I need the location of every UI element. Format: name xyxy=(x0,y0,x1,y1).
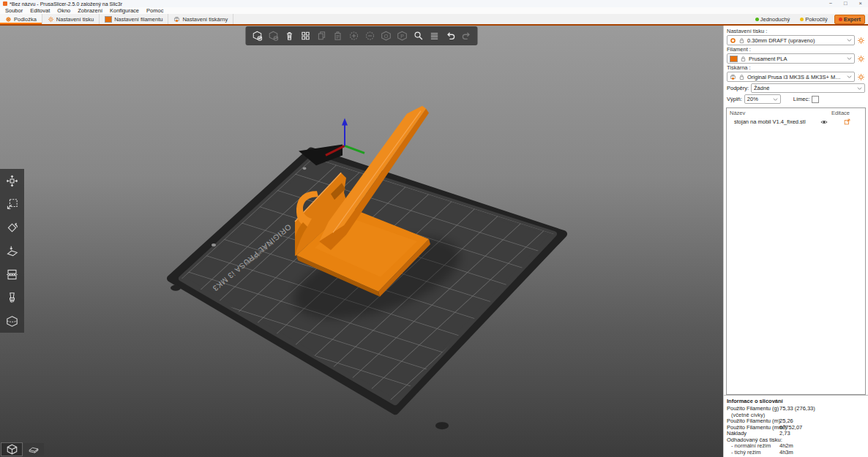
remove-instance-button[interactable] xyxy=(362,28,378,44)
title-bar: *Bez názvu - PrusaSlicer-2.5.0 založený … xyxy=(0,0,868,7)
editor-view-button[interactable] xyxy=(1,443,22,456)
view-toggles xyxy=(1,443,44,456)
lock-icon xyxy=(738,74,745,80)
split-to-parts-button[interactable] xyxy=(394,28,410,44)
brush-icon xyxy=(6,292,18,304)
search-icon xyxy=(413,31,423,41)
menu-editovat[interactable]: Editovat xyxy=(26,7,53,14)
infill-dropdown[interactable]: 20% xyxy=(744,94,781,104)
delete-button[interactable] xyxy=(266,28,281,44)
mode-advanced[interactable]: Pokročilý xyxy=(796,15,831,23)
printer-icon xyxy=(730,74,736,80)
chevron-down-icon xyxy=(857,86,862,91)
info-label: - tichý režim xyxy=(727,450,778,456)
tab-printer-settings[interactable]: Nastavení tiskárny xyxy=(168,14,233,24)
copy-button[interactable] xyxy=(314,28,329,44)
split-to-objects-button[interactable] xyxy=(378,28,394,44)
tab-plater[interactable]: Podložka xyxy=(0,14,42,24)
supports-dropdown[interactable]: Žádné xyxy=(751,83,865,93)
cube-3d-icon xyxy=(7,444,18,455)
add-instance-icon xyxy=(348,31,359,41)
seam-cube-icon xyxy=(6,315,18,328)
paint-supports-button[interactable] xyxy=(0,286,24,309)
bed-hole xyxy=(212,243,216,246)
split-parts-icon xyxy=(397,31,407,41)
window-title: *Bez názvu - PrusaSlicer-2.5.0 založený … xyxy=(10,1,122,7)
place-on-face-button[interactable] xyxy=(0,239,24,263)
object-list: Název Editace stojan na mobil V1.4_fixed… xyxy=(726,107,866,395)
delete-all-button[interactable] xyxy=(282,28,297,44)
bed-hole xyxy=(302,167,306,170)
3d-viewport[interactable]: ORIGINAL PRUSA i3 MK3 by Josef Prusa xyxy=(0,26,723,457)
mode-expert[interactable]: Expert xyxy=(834,15,865,24)
filament-color-swatch xyxy=(730,56,738,62)
app-icon xyxy=(3,1,7,6)
scene-canvas: ORIGINAL PRUSA i3 MK3 by Josef Prusa xyxy=(0,26,723,457)
printer-gear-button[interactable] xyxy=(857,73,865,81)
printer-dropdown[interactable]: Original Prusa i3 MK3S & MK3S+ MMU2S Sin… xyxy=(727,72,855,82)
minimize-button[interactable]: − xyxy=(829,0,832,7)
menu-zobrazeni[interactable]: Zobrazení xyxy=(74,7,106,14)
cut-button[interactable] xyxy=(0,263,24,286)
supports-label: Podpěry: xyxy=(727,85,749,91)
tab-filament-settings[interactable]: Nastavení filamentu xyxy=(100,14,168,24)
chevron-down-icon xyxy=(847,75,852,79)
add-instance-button[interactable] xyxy=(346,28,362,44)
print-settings-dropdown[interactable]: 0.30mm DRAFT (upraveno) xyxy=(727,35,855,45)
top-toolbar xyxy=(246,26,478,45)
arrange-icon xyxy=(300,31,310,41)
info-value: 2,73 xyxy=(779,431,865,437)
infill-label: Výplň: xyxy=(727,96,742,102)
menu-konfigurace[interactable]: Konfigurace xyxy=(106,7,143,14)
object-row[interactable]: stojan na mobil V1.4_fixed.stl xyxy=(727,118,865,126)
filament-spool-icon xyxy=(105,16,112,23)
brim-label: Límec: xyxy=(793,96,810,102)
undo-button[interactable] xyxy=(443,28,458,44)
bed-tab xyxy=(171,285,181,291)
split-objects-icon xyxy=(381,31,391,41)
slicing-info-title: Informace o slicování xyxy=(727,398,865,404)
arrange-button[interactable] xyxy=(298,28,313,44)
menu-bar: Soubor Editovat Okno Zobrazení Konfigura… xyxy=(0,7,868,14)
visibility-eye-icon[interactable] xyxy=(820,119,828,125)
filament-gear-button[interactable] xyxy=(857,55,865,63)
chevron-down-icon xyxy=(773,97,778,102)
sidebar: Nastavení tisku : 0.30mm DRAFT (upraveno… xyxy=(723,26,868,457)
preview-button[interactable] xyxy=(23,443,44,456)
close-button[interactable]: × xyxy=(859,0,862,7)
scale-icon xyxy=(6,198,18,211)
scale-button[interactable] xyxy=(0,192,24,216)
yellow-dot-icon xyxy=(800,18,804,21)
menu-soubor[interactable]: Soubor xyxy=(1,7,26,14)
move-button[interactable] xyxy=(0,169,24,192)
lock-icon xyxy=(738,37,745,44)
paste-button[interactable] xyxy=(330,28,345,44)
slicing-info-panel: Informace o slicování Použito Filamentu … xyxy=(724,395,868,457)
menu-okno[interactable]: Okno xyxy=(53,7,74,14)
mode-simple[interactable]: Jednoduchý xyxy=(752,15,793,23)
bed-tab xyxy=(435,422,449,429)
filament-dropdown[interactable]: Prusament PLA xyxy=(727,53,855,64)
restore-button[interactable]: □ xyxy=(844,0,848,7)
brim-checkbox[interactable] xyxy=(812,96,819,103)
remove-instance-icon xyxy=(364,31,375,41)
tab-print-settings[interactable]: Nastavení tisku xyxy=(42,14,100,24)
menu-pomoc[interactable]: Pomoc xyxy=(143,7,167,14)
mode-switcher: Jednoduchý Pokročilý Expert xyxy=(752,14,868,24)
seam-painting-button[interactable] xyxy=(0,309,24,333)
edit-object-icon[interactable] xyxy=(844,118,850,125)
name-column-header: Název xyxy=(730,110,817,116)
variable-layer-height-button[interactable] xyxy=(427,28,442,44)
rotate-icon xyxy=(6,222,18,234)
rotate-button[interactable] xyxy=(0,216,24,239)
object-list-header: Název Editace xyxy=(727,108,865,118)
search-button[interactable] xyxy=(411,28,426,44)
chevron-down-icon xyxy=(847,56,852,61)
delete-icon xyxy=(268,31,278,41)
layers-icon xyxy=(429,31,439,41)
add-button[interactable] xyxy=(250,28,265,44)
print-settings-gear-button[interactable] xyxy=(857,37,865,45)
redo-button[interactable] xyxy=(459,28,474,44)
trash-icon xyxy=(284,31,294,41)
edit-column-header: Editace xyxy=(831,110,862,116)
